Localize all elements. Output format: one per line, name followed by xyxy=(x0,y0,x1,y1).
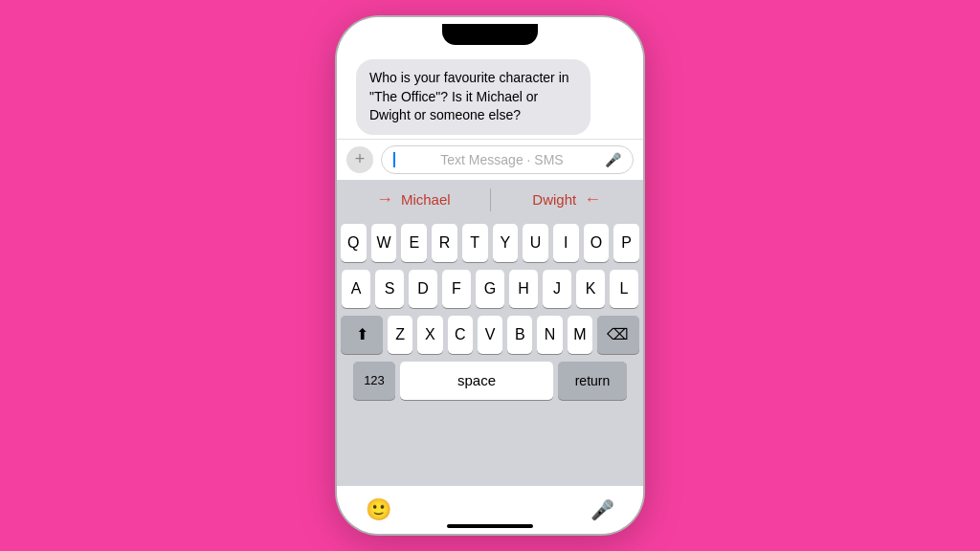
key-k[interactable]: K xyxy=(576,270,605,308)
key-b[interactable]: B xyxy=(507,316,532,354)
message-area: Who is your favourite character in "The … xyxy=(337,52,643,139)
key-y[interactable]: Y xyxy=(493,224,519,262)
return-key[interactable]: return xyxy=(558,362,627,400)
autocomplete-michael[interactable]: Michael xyxy=(401,191,451,208)
key-s[interactable]: S xyxy=(375,270,404,308)
key-e[interactable]: E xyxy=(401,224,427,262)
key-h[interactable]: H xyxy=(509,270,538,308)
backspace-key[interactable]: ⌫ xyxy=(597,316,639,354)
mic-inline-icon: 🎤 xyxy=(605,152,621,167)
keyboard: Q W E R T Y U I O P A S D F G H J K L ⬆ … xyxy=(337,220,643,486)
key-c[interactable]: C xyxy=(448,316,473,354)
input-bar: + Text Message · SMS 🎤 xyxy=(337,139,643,180)
key-n[interactable]: N xyxy=(537,316,562,354)
key-p[interactable]: P xyxy=(613,224,639,262)
key-g[interactable]: G xyxy=(476,270,504,308)
keyboard-row-1: Q W E R T Y U I O P xyxy=(341,224,639,262)
key-j[interactable]: J xyxy=(543,270,571,308)
keyboard-row-4: 123 space return xyxy=(341,362,639,400)
key-i[interactable]: I xyxy=(553,224,579,262)
key-m[interactable]: M xyxy=(568,316,592,354)
arrow-right-icon xyxy=(376,189,393,209)
autocomplete-left[interactable]: Michael xyxy=(337,189,490,209)
key-q[interactable]: Q xyxy=(341,224,367,262)
keyboard-row-3: ⬆ Z X C V B N M ⌫ xyxy=(341,316,639,354)
space-key[interactable]: space xyxy=(400,362,553,400)
keyboard-row-2: A S D F G H J K L xyxy=(341,270,639,308)
key-d[interactable]: D xyxy=(409,270,437,308)
key-r[interactable]: R xyxy=(432,224,457,262)
shift-key[interactable]: ⬆ xyxy=(341,316,383,354)
autocomplete-dwight[interactable]: Dwight xyxy=(532,191,576,208)
key-z[interactable]: Z xyxy=(388,316,412,354)
key-v[interactable]: V xyxy=(478,316,502,354)
message-bubble: Who is your favourite character in "The … xyxy=(356,59,590,135)
num-key[interactable]: 123 xyxy=(353,362,395,400)
emoji-button[interactable]: 🙂 xyxy=(366,497,391,522)
mic-button[interactable]: 🎤 xyxy=(590,498,614,521)
key-t[interactable]: T xyxy=(462,224,488,262)
key-f[interactable]: F xyxy=(442,270,471,308)
key-o[interactable]: O xyxy=(584,224,610,262)
key-x[interactable]: X xyxy=(417,316,442,354)
key-u[interactable]: U xyxy=(523,224,548,262)
autocomplete-right[interactable]: Dwight xyxy=(491,189,644,209)
arrow-left-icon xyxy=(584,189,601,209)
plus-button[interactable]: + xyxy=(346,146,373,173)
phone-frame: Who is your favourite character in "The … xyxy=(337,17,643,534)
notch xyxy=(442,24,538,45)
key-w[interactable]: W xyxy=(371,224,397,262)
autocomplete-bar: Michael Dwight xyxy=(337,180,643,220)
phone-top xyxy=(337,17,643,52)
input-placeholder: Text Message · SMS xyxy=(440,152,563,167)
key-a[interactable]: A xyxy=(342,270,370,308)
home-indicator xyxy=(447,524,533,528)
cursor-icon xyxy=(393,152,395,167)
key-l[interactable]: L xyxy=(610,270,638,308)
message-text: Who is your favourite character in "The … xyxy=(369,70,569,122)
message-input[interactable]: Text Message · SMS 🎤 xyxy=(381,145,634,174)
